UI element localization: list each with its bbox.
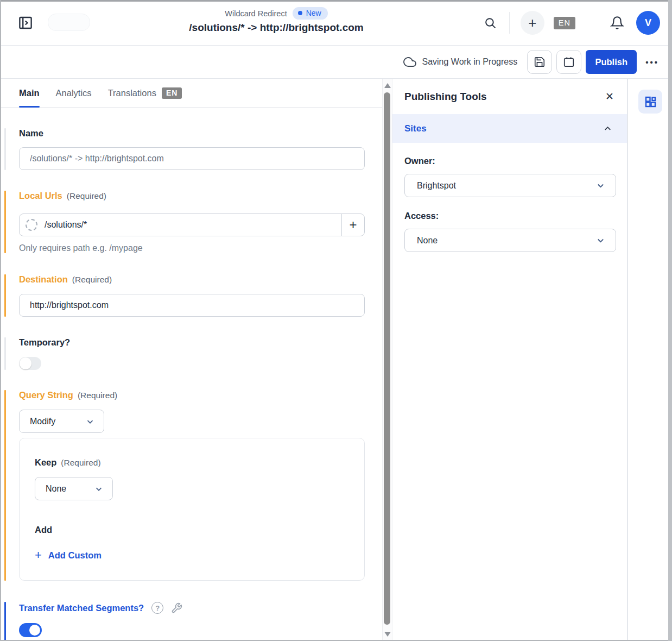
add-url-button[interactable]: + xyxy=(341,214,364,236)
field-status-bar xyxy=(4,390,6,581)
tab-translations[interactable]: Translations EN xyxy=(108,79,182,107)
language-badge[interactable]: EN xyxy=(554,17,575,29)
scroll-down-arrow[interactable] xyxy=(384,632,391,637)
required-hint: (Required) xyxy=(72,275,112,284)
sites-section-header[interactable]: Sites xyxy=(392,114,627,143)
publish-button[interactable]: Publish xyxy=(586,50,637,74)
form-fields: Name Local Urls(Required) /solutions/* +… xyxy=(0,108,382,637)
local-url-value[interactable]: /solutions/* xyxy=(45,220,341,230)
right-rail xyxy=(627,79,672,641)
top-header-bar: Wildcard Redirect New /solutions/* -> ht… xyxy=(0,0,672,46)
required-hint: (Required) xyxy=(78,391,117,400)
local-urls-help: Only requires path e.g. /mypage xyxy=(19,243,382,253)
field-destination: Destination(Required) xyxy=(19,274,382,317)
query-string-mode-select[interactable]: Modify xyxy=(19,410,104,433)
field-status-bar xyxy=(4,337,6,370)
save-status-text: Saving Work in Progress xyxy=(422,57,517,67)
app-window: Wildcard Redirect New /solutions/* -> ht… xyxy=(0,0,672,641)
widgets-icon xyxy=(644,95,657,108)
tab-bar: Main Analytics Translations EN xyxy=(0,79,382,108)
active-tab-underline xyxy=(19,106,40,108)
page-title: /solutions/* -> http://brightspot.com xyxy=(0,22,553,34)
tab-analytics[interactable]: Analytics xyxy=(56,79,92,107)
keep-select[interactable]: None xyxy=(35,477,113,500)
status-badge: New xyxy=(293,7,328,20)
scrollbar-thumb[interactable] xyxy=(384,92,390,625)
main-content: Main Analytics Translations EN Name xyxy=(0,79,382,641)
chevron-down-icon xyxy=(595,235,606,246)
header-divider xyxy=(509,12,510,34)
owner-label: Owner: xyxy=(404,156,616,166)
add-label: Add xyxy=(35,525,349,535)
owner-select[interactable]: Brightspot xyxy=(404,174,616,197)
field-local-urls: Local Urls(Required) /solutions/* + Only… xyxy=(19,191,382,253)
document-header: Wildcard Redirect New /solutions/* -> ht… xyxy=(0,7,553,34)
name-input[interactable] xyxy=(19,147,365,170)
toggle-knob xyxy=(20,357,31,369)
field-status-bar xyxy=(4,128,6,170)
tool-wrench-icon[interactable] xyxy=(171,602,182,614)
create-new-button[interactable]: + xyxy=(521,11,544,35)
name-label: Name xyxy=(19,128,382,139)
field-transfer-matched-segments: Transfer Matched Segments? ? xyxy=(19,602,382,637)
field-status-bar xyxy=(4,274,6,317)
save-status: Saving Work in Progress xyxy=(403,55,517,68)
window-border xyxy=(0,0,672,2)
sites-section-body: Owner: Brightspot Access: None xyxy=(392,143,627,252)
help-icon[interactable]: ? xyxy=(151,602,163,614)
tab-main[interactable]: Main xyxy=(19,79,40,107)
schedule-button[interactable] xyxy=(556,50,581,74)
transfer-matched-segments-toggle[interactable] xyxy=(19,623,42,637)
chevron-down-icon xyxy=(595,180,606,191)
query-string-options-box: Keep(Required) None Add + Add Custom xyxy=(19,438,365,581)
chevron-up-icon xyxy=(603,123,613,134)
calendar-icon xyxy=(563,56,575,68)
transfer-matched-segments-label: Transfer Matched Segments? xyxy=(19,603,144,613)
close-icon[interactable]: ✕ xyxy=(605,90,614,103)
translations-language-badge: EN xyxy=(162,87,182,99)
add-custom-button[interactable]: + Add Custom xyxy=(35,550,349,561)
panel-header: Publishing Tools ✕ xyxy=(392,79,627,114)
field-status-bar xyxy=(4,191,6,253)
search-icon[interactable] xyxy=(484,16,497,30)
cloud-icon xyxy=(403,55,416,68)
field-query-string: Query String(Required) Modify Keep(Requi… xyxy=(19,390,382,581)
drag-handle-icon[interactable] xyxy=(26,219,37,231)
keep-label: Keep(Required) xyxy=(35,457,349,468)
header-actions: + EN V xyxy=(484,0,660,46)
query-string-label: Query String(Required) xyxy=(19,390,382,400)
notifications-bell-icon[interactable] xyxy=(610,16,624,30)
status-dot-icon xyxy=(298,11,302,15)
window-border xyxy=(668,0,672,641)
field-name: Name xyxy=(19,128,382,170)
save-button[interactable] xyxy=(527,50,552,74)
user-avatar[interactable]: V xyxy=(636,11,660,35)
temporary-toggle[interactable] xyxy=(19,357,41,370)
window-border xyxy=(0,0,1,641)
local-urls-label: Local Urls(Required) xyxy=(19,191,382,201)
save-icon xyxy=(534,56,546,68)
publishing-tools-panel: Publishing Tools ✕ Sites Owner: Brightsp… xyxy=(392,79,627,641)
scroll-up-arrow[interactable] xyxy=(384,83,391,88)
plus-icon: + xyxy=(35,550,42,561)
action-bar: Saving Work in Progress Publish ••• xyxy=(0,46,672,79)
access-label: Access: xyxy=(404,211,616,221)
destination-label: Destination(Required) xyxy=(19,274,382,285)
field-status-bar xyxy=(4,602,6,641)
destination-input[interactable] xyxy=(19,294,365,317)
content-type-label: Wildcard Redirect xyxy=(225,9,287,18)
toggle-knob xyxy=(29,625,40,636)
widgets-panel-button[interactable] xyxy=(638,90,662,114)
access-select[interactable]: None xyxy=(404,229,616,252)
more-options-icon[interactable]: ••• xyxy=(645,58,659,67)
chevron-down-icon xyxy=(85,417,95,426)
field-temporary: Temporary? xyxy=(19,337,382,370)
main-scrollbar xyxy=(382,79,392,641)
panel-title: Publishing Tools xyxy=(404,91,487,103)
sites-label: Sites xyxy=(404,123,427,134)
temporary-label: Temporary? xyxy=(19,337,382,348)
local-urls-row: /solutions/* + xyxy=(19,213,365,236)
required-hint: (Required) xyxy=(61,458,100,467)
required-hint: (Required) xyxy=(67,191,106,200)
chevron-down-icon xyxy=(94,484,104,494)
